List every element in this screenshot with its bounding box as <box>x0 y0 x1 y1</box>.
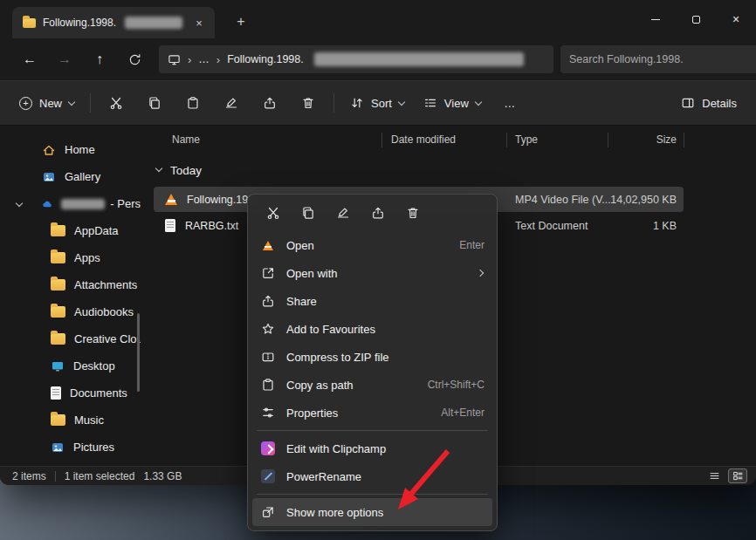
open-with-icon <box>260 266 276 280</box>
menu-item-open[interactable]: Open Enter <box>252 231 492 259</box>
sidebar-item-gallery[interactable]: Gallery <box>3 163 141 190</box>
sidebar-item-label: Apps <box>74 251 100 264</box>
folder-icon <box>51 306 65 318</box>
breadcrumb-folder[interactable]: Following.1998. <box>227 53 304 65</box>
column-divider[interactable] <box>506 133 507 147</box>
menu-item-properties[interactable]: Properties Alt+Enter <box>252 399 492 427</box>
breadcrumb-separator: › <box>188 53 191 66</box>
copy-button[interactable] <box>136 87 173 119</box>
rename-button[interactable] <box>328 200 358 226</box>
cut-button[interactable] <box>258 200 288 226</box>
column-header-name[interactable]: Name <box>172 133 200 146</box>
new-button[interactable]: + New <box>10 87 83 119</box>
menu-item-add-to-favourites[interactable]: Add to Favourites <box>252 315 492 343</box>
share-button[interactable] <box>363 200 393 226</box>
column-header-date-modified[interactable]: Date modified <box>391 133 456 146</box>
details-view-toggle[interactable] <box>728 468 747 483</box>
menu-item-edit-with-clipchamp[interactable]: Edit with Clipchamp <box>252 434 492 462</box>
tab-close-icon[interactable]: × <box>190 14 208 31</box>
menu-item-copy-as-path[interactable]: Copy as path Ctrl+Shift+C <box>252 371 492 399</box>
list-view-icon <box>709 470 720 482</box>
group-header-today[interactable]: Today <box>144 159 756 181</box>
folder-icon <box>23 18 36 28</box>
paste-button[interactable] <box>175 87 211 119</box>
maximize-button[interactable] <box>676 0 716 38</box>
chevron-down-icon <box>68 98 75 105</box>
chevron-down-icon <box>398 98 405 105</box>
sidebar-item-label: Pictures <box>73 441 114 454</box>
folder-icon <box>51 252 65 263</box>
sidebar-item-apps[interactable]: Apps <box>3 244 141 271</box>
close-button[interactable]: × <box>716 0 756 38</box>
breadcrumb-ellipsis[interactable]: … <box>198 53 210 65</box>
sidebar-item-audiobooks[interactable]: Audiobooks <box>3 298 141 325</box>
sidebar-item-creative-cloud[interactable]: Creative Cloud <box>3 325 141 352</box>
gallery-icon <box>42 170 56 184</box>
view-toggles <box>704 468 747 483</box>
explorer-tab[interactable]: Following.1998. × <box>12 7 215 38</box>
column-header-type[interactable]: Type <box>515 133 538 146</box>
details-button-label: Details <box>702 97 737 110</box>
delete-button[interactable] <box>290 87 326 119</box>
text-file-icon <box>165 219 175 232</box>
sort-button[interactable]: Sort <box>341 87 413 119</box>
column-divider[interactable] <box>608 133 608 147</box>
copy-icon <box>148 96 162 110</box>
sidebar-item-appdata[interactable]: AppData <box>3 217 141 244</box>
list-view-toggle[interactable] <box>704 468 724 483</box>
chevron-down-icon[interactable] <box>16 200 23 207</box>
sidebar-scrollbar[interactable] <box>137 313 140 392</box>
sidebar-item-label: Home <box>65 143 95 156</box>
onedrive-cloud-icon <box>42 197 52 211</box>
toolbar-divider <box>90 93 91 113</box>
rename-button[interactable] <box>213 87 250 119</box>
sidebar-item-label: Attachments <box>74 278 137 291</box>
navigation-pane: Home Gallery - Pers AppData Apps <box>0 126 144 466</box>
folder-icon <box>51 333 65 345</box>
sidebar-item-pictures[interactable]: Pictures <box>3 434 141 461</box>
minimize-button[interactable] <box>636 0 676 38</box>
menu-item-show-more-options[interactable]: Show more options <box>252 498 492 526</box>
delete-button[interactable] <box>398 200 428 226</box>
menu-item-open-with[interactable]: Open with <box>252 259 492 287</box>
new-tab-button[interactable]: + <box>230 11 251 32</box>
see-more-button[interactable]: … <box>491 87 528 119</box>
copy-button[interactable] <box>293 200 323 226</box>
folder-icon <box>51 225 65 236</box>
sidebar-item-attachments[interactable]: Attachments <box>3 271 141 298</box>
menu-divider <box>257 494 488 495</box>
sidebar-item-home[interactable]: Home <box>3 136 141 163</box>
menu-item-powerrename[interactable]: PowerRename <box>252 462 492 490</box>
chevron-down-icon[interactable] <box>155 165 162 172</box>
menu-item-share[interactable]: Share <box>252 287 492 315</box>
sidebar-item-music[interactable]: Music <box>3 407 141 434</box>
details-button[interactable]: Details <box>672 87 746 119</box>
vlc-video-icon <box>165 194 177 205</box>
forward-button[interactable]: → <box>47 45 82 73</box>
toolbar-divider <box>333 93 334 113</box>
sidebar-item-documents[interactable]: Documents <box>3 379 141 407</box>
plus-icon: + <box>19 97 32 110</box>
search-box[interactable] <box>560 45 756 73</box>
menu-item-compress-to-zip[interactable]: Compress to ZIP file <box>252 343 492 371</box>
title-bar: Following.1998. × + × <box>0 0 756 38</box>
file-size: 14,02,950 KB <box>601 194 677 206</box>
sidebar-item-desktop[interactable]: Desktop <box>3 352 141 379</box>
refresh-button[interactable] <box>117 45 152 73</box>
column-header-size[interactable]: Size <box>611 133 677 146</box>
column-divider[interactable] <box>684 133 684 147</box>
sidebar-item-onedrive[interactable]: - Pers <box>3 190 141 217</box>
back-button[interactable]: ← <box>12 45 47 73</box>
view-button[interactable]: View <box>415 87 490 119</box>
file-type: MP4 Video File (V... <box>515 194 611 206</box>
vlc-icon <box>260 241 276 250</box>
sidebar-item-label: Gallery <box>65 170 100 183</box>
address-bar[interactable]: › … › Following.1998. <box>159 45 553 73</box>
sidebar-item-label: - Pers <box>110 197 141 210</box>
search-input[interactable] <box>569 53 747 65</box>
share-button[interactable] <box>251 87 288 119</box>
up-button[interactable]: ↑ <box>82 45 117 73</box>
paste-icon <box>186 96 200 110</box>
column-divider[interactable] <box>381 133 382 147</box>
cut-button[interactable] <box>98 87 134 119</box>
